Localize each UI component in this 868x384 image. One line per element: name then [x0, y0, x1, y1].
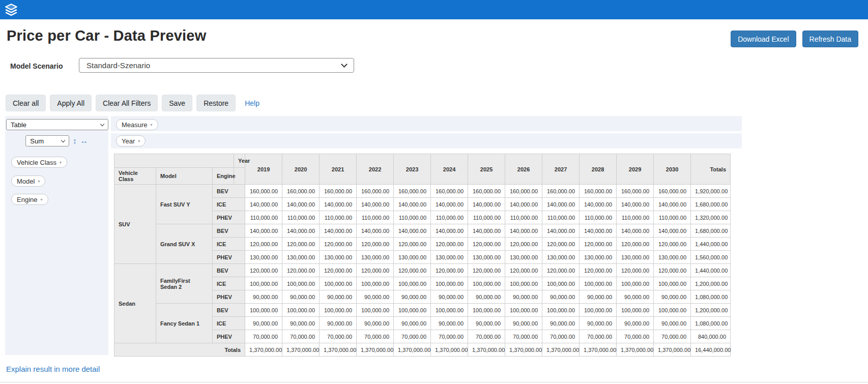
value-cell: 70,000.00 [394, 330, 431, 343]
clear-all-button[interactable]: Clear all [6, 95, 46, 111]
engine-cell: BEV [213, 185, 245, 198]
col-total-cell: 1,370,000.00 [320, 343, 357, 357]
engine-cell: BEV [213, 304, 245, 317]
col-axis-label: Year [234, 154, 245, 168]
value-cell: 110,000.00 [357, 211, 394, 224]
model-cell: Fancy Sedan 1 [156, 304, 213, 343]
value-cell: 90,000.00 [654, 317, 691, 330]
value-cell: 100,000.00 [431, 304, 468, 317]
engine-cell: PHEV [213, 290, 245, 304]
model-cell: Fast SUV Y [156, 185, 213, 224]
value-cell: 120,000.00 [320, 264, 357, 277]
attribute-pill-model[interactable]: Model ▾ [11, 175, 45, 187]
save-button[interactable]: Save [162, 95, 192, 111]
value-cell: 70,000.00 [654, 330, 691, 343]
value-cell: 90,000.00 [542, 317, 580, 330]
value-cell: 90,000.00 [245, 290, 282, 304]
value-cell: 120,000.00 [357, 238, 394, 251]
col-total-cell: 1,370,000.00 [654, 343, 691, 357]
restore-button[interactable]: Restore [196, 95, 236, 111]
clear-all-filters-button[interactable]: Clear All Filters [96, 95, 158, 111]
value-cell: 160,000.00 [282, 185, 320, 198]
download-excel-button[interactable]: Download Excel [731, 31, 796, 47]
dropdown-caret-icon: ▾ [40, 197, 42, 202]
value-cell: 130,000.00 [468, 251, 505, 264]
attribute-pill-year[interactable]: Year ▾ [116, 135, 146, 146]
value-cell: 140,000.00 [245, 198, 282, 211]
value-cell: 140,000.00 [394, 224, 431, 238]
value-cell: 140,000.00 [505, 198, 542, 211]
pivot-table: Year201920202021202220232024202520262027… [114, 154, 731, 357]
value-cell: 100,000.00 [580, 304, 617, 317]
col-totals-toggle-icon[interactable]: ↔ [80, 135, 88, 146]
attribute-pill-label: Year [122, 137, 135, 145]
page-title: Price per Car - Data Preview [7, 27, 206, 44]
model-scenario-select[interactable]: Standard-Szenario [79, 58, 354, 73]
value-cell: 120,000.00 [245, 264, 282, 277]
attribute-pill-vehicle-class[interactable]: Vehicle Class ▾ [11, 157, 67, 168]
value-cell: 90,000.00 [617, 290, 654, 304]
value-cell: 70,000.00 [357, 330, 394, 343]
value-cell: 100,000.00 [245, 304, 282, 317]
attribute-pill-label: Model [17, 178, 35, 185]
row-totals-toggle-icon[interactable]: ↕ [73, 135, 77, 146]
dropdown-caret-icon: ▾ [138, 139, 140, 143]
value-cell: 140,000.00 [580, 224, 617, 238]
pivot-col-attrs-panel [111, 133, 742, 149]
value-cell: 140,000.00 [580, 198, 617, 211]
value-cell: 140,000.00 [357, 224, 394, 238]
table-row: SedanFamilyFirst Sedan 2BEV120,000.00120… [114, 264, 731, 277]
explain-result-link[interactable]: Explain result in more detail [6, 365, 100, 373]
value-cell: 140,000.00 [654, 224, 691, 238]
attribute-pill-engine[interactable]: Engine ▾ [11, 194, 48, 205]
renderer-select[interactable]: Table [6, 119, 108, 130]
value-cell: 110,000.00 [505, 211, 542, 224]
row-total-cell: 1,920,000.00 [691, 185, 731, 198]
layers-icon [5, 3, 18, 16]
value-cell: 120,000.00 [282, 264, 320, 277]
chevron-down-icon [100, 122, 104, 126]
refresh-data-button[interactable]: Refresh Data [802, 31, 858, 47]
col-total-cell: 1,370,000.00 [245, 343, 282, 357]
attribute-pill-label: Vehicle Class [17, 159, 56, 166]
aggregator-select[interactable]: Sum [25, 135, 69, 146]
value-cell: 120,000.00 [468, 264, 505, 277]
year-col-label: 2028 [580, 154, 617, 185]
value-cell: 90,000.00 [580, 317, 617, 330]
year-col-label: 2026 [505, 154, 542, 185]
value-cell: 140,000.00 [320, 198, 357, 211]
value-cell: 100,000.00 [468, 304, 505, 317]
row-total-cell: 1,320,000.00 [691, 211, 731, 224]
totals-row: Totals1,370,000.001,370,000.001,370,000.… [114, 343, 731, 357]
value-cell: 90,000.00 [320, 290, 357, 304]
totals-row-label: Totals [114, 343, 245, 357]
value-cell: 90,000.00 [431, 317, 468, 330]
value-cell: 120,000.00 [505, 264, 542, 277]
app-logo[interactable] [4, 3, 18, 17]
attribute-pill-measure[interactable]: Measure ▾ [116, 119, 158, 130]
value-cell: 100,000.00 [394, 277, 431, 290]
value-cell: 120,000.00 [468, 238, 505, 251]
value-cell: 70,000.00 [431, 330, 468, 343]
row-total-cell: 1,440,000.00 [691, 238, 731, 251]
row-total-cell: 1,200,000.00 [691, 304, 731, 317]
value-cell: 70,000.00 [245, 330, 282, 343]
value-cell: 90,000.00 [431, 290, 468, 304]
value-cell: 90,000.00 [282, 317, 320, 330]
year-col-label: 2029 [617, 154, 654, 185]
attribute-pill-label: Measure [122, 121, 148, 129]
help-link[interactable]: Help [245, 99, 259, 107]
value-cell: 120,000.00 [394, 264, 431, 277]
vehicle-class-cell: SUV [114, 185, 156, 264]
attribute-pill-label: Engine [17, 196, 37, 203]
year-col-label: 2021 [320, 154, 357, 185]
filter-toolbar: Clear all Apply All Clear All Filters Sa… [6, 95, 259, 111]
value-cell: 90,000.00 [468, 317, 505, 330]
value-cell: 100,000.00 [245, 277, 282, 290]
value-cell: 100,000.00 [320, 304, 357, 317]
apply-all-button[interactable]: Apply All [50, 95, 92, 111]
value-cell: 120,000.00 [542, 264, 580, 277]
value-cell: 90,000.00 [245, 317, 282, 330]
dropdown-caret-icon: ▾ [60, 160, 62, 165]
value-cell: 140,000.00 [617, 224, 654, 238]
